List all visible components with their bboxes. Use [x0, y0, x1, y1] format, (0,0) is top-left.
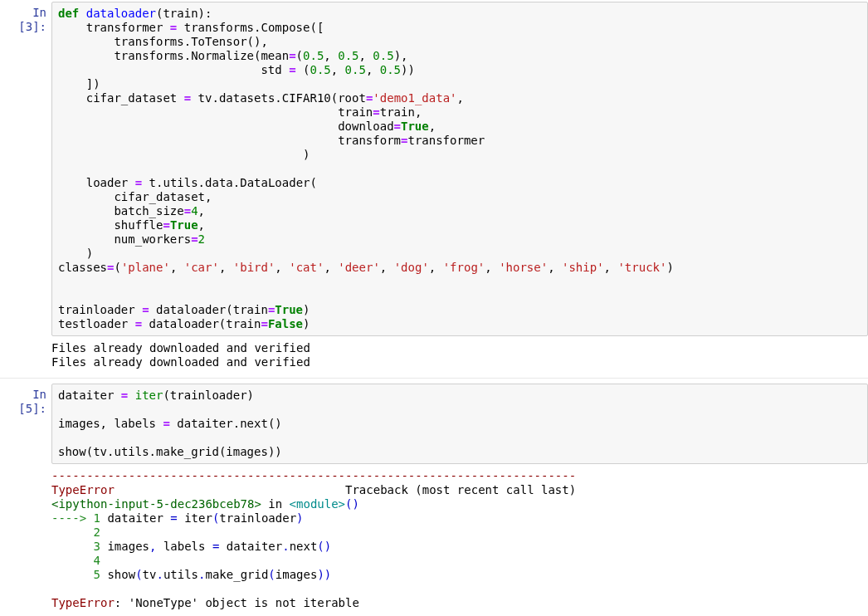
input-prompt: In [5]: — [0, 384, 51, 464]
code-cell-3[interactable]: In [3]: def dataloader(train): transform… — [0, 0, 868, 338]
stream-output: Files already downloaded and verifiedFil… — [51, 340, 868, 374]
output-cell-3: Files already downloaded and verifiedFil… — [0, 338, 868, 376]
output-prompt-spacer — [0, 467, 51, 615]
code-cell-5[interactable]: In [5]: dataiter = iter(trainloader) ima… — [0, 382, 868, 466]
cell-divider — [0, 378, 868, 379]
traceback-output: ----------------------------------------… — [51, 467, 868, 615]
input-prompt: In [3]: — [0, 2, 51, 336]
output-prompt-spacer — [0, 340, 51, 374]
code-input-area[interactable]: def dataloader(train): transformer = tra… — [51, 2, 868, 336]
notebook-container: In [3]: def dataloader(train): transform… — [0, 0, 868, 616]
output-cell-5: ----------------------------------------… — [0, 466, 868, 616]
code-input-area[interactable]: dataiter = iter(trainloader) images, lab… — [51, 384, 868, 464]
